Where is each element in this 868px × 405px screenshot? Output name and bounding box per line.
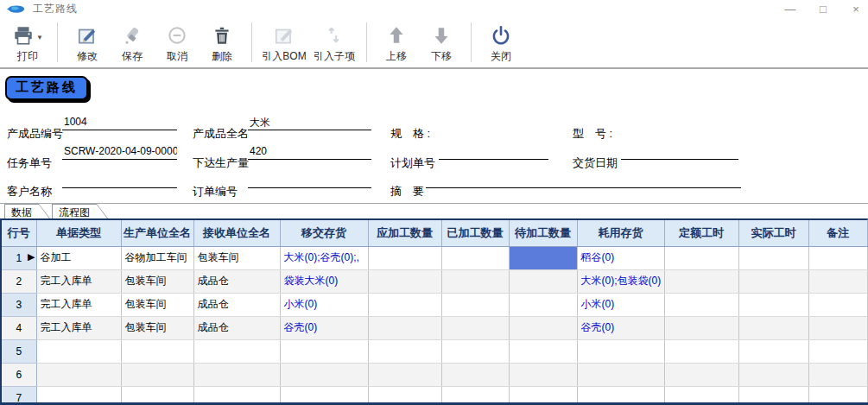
product-code-field[interactable]: 1004 [62, 116, 177, 130]
close-button[interactable]: 关闭 [478, 21, 523, 67]
recv-unit-cell[interactable]: 成品仓 [193, 293, 280, 316]
print-dropdown-caret-icon[interactable]: ▼ [36, 34, 43, 41]
recv-unit-cell[interactable] [193, 339, 280, 363]
remark-cell[interactable] [808, 339, 867, 363]
row-number-cell[interactable]: 6 [2, 363, 36, 386]
qty-pending-cell[interactable] [509, 293, 577, 316]
move-up-button[interactable]: 上移 [374, 21, 419, 67]
prod-unit-cell[interactable] [121, 363, 193, 386]
maximize-icon[interactable]: □ [816, 2, 830, 16]
recv-unit-cell[interactable]: 成品仓 [193, 316, 280, 339]
transfer-inventory-cell[interactable]: 大米(0);谷壳(0);, [280, 246, 368, 269]
transfer-inventory-cell[interactable] [280, 363, 368, 386]
qty-pending-cell[interactable] [509, 316, 577, 339]
actual-hours-cell[interactable] [738, 339, 808, 363]
qty-pending-cell-selected[interactable] [509, 246, 577, 269]
transfer-inventory-cell[interactable]: 袋装大米(0) [280, 269, 368, 293]
col-header-quota-hours[interactable]: 定额工时 [664, 220, 738, 246]
consumed-inventory-cell[interactable] [577, 363, 664, 386]
recv-unit-cell[interactable] [193, 363, 280, 386]
transfer-inventory-cell[interactable]: 小米(0) [280, 293, 368, 316]
col-header-qty-done[interactable]: 已加工数量 [441, 220, 509, 246]
actual-hours-cell[interactable] [738, 269, 808, 293]
remark-cell[interactable] [808, 269, 867, 293]
qty-due-cell[interactable] [368, 363, 441, 386]
print-button[interactable]: ▼ 打印 [5, 21, 50, 67]
output-qty-field[interactable]: 420 [248, 145, 371, 160]
qty-done-cell[interactable] [441, 293, 509, 316]
quota-hours-cell[interactable] [664, 293, 738, 316]
col-header-qty-due[interactable]: 应加工数量 [368, 220, 441, 246]
qty-due-cell[interactable] [368, 316, 441, 339]
plan-no-field[interactable] [439, 145, 548, 160]
row-number-cell[interactable]: 2 [2, 269, 36, 293]
doc-type-cell[interactable] [36, 363, 121, 386]
doc-type-cell[interactable]: 谷加工 [36, 246, 121, 269]
remark-cell[interactable] [808, 316, 867, 339]
col-header-remark[interactable]: 备注 [808, 220, 867, 246]
transfer-inventory-cell[interactable]: 谷壳(0) [280, 316, 368, 339]
quota-hours-cell[interactable] [664, 316, 738, 339]
tab-flowchart[interactable]: 流程图 [52, 204, 108, 218]
consumed-inventory-cell[interactable]: 谷壳(0) [577, 316, 664, 339]
col-header-prod-unit[interactable]: 生产单位全名 [121, 220, 193, 246]
col-header-actual-hours[interactable]: 实际工时 [738, 220, 808, 246]
customer-field[interactable] [62, 174, 177, 188]
doc-type-cell[interactable] [36, 339, 121, 363]
row-number-cell[interactable]: 1▶ [2, 246, 36, 269]
col-header-transfer[interactable]: 移交存货 [280, 220, 368, 246]
summary-field[interactable] [426, 174, 741, 188]
row-number-cell[interactable]: 3 [2, 293, 36, 316]
qty-done-cell[interactable] [441, 339, 509, 363]
doc-type-cell[interactable]: 完工入库单 [36, 316, 121, 339]
row-number-cell[interactable]: 5 [2, 339, 36, 363]
quota-hours-cell[interactable] [664, 363, 738, 386]
delivery-date-field[interactable] [621, 145, 738, 160]
delete-button[interactable]: 删除 [200, 21, 244, 67]
prod-unit-cell[interactable]: 包装车间 [121, 316, 193, 339]
col-header-qty-pending[interactable]: 待加工数量 [509, 220, 577, 246]
doc-type-cell[interactable]: 完工入库单 [36, 293, 121, 316]
transfer-inventory-cell[interactable] [280, 339, 368, 363]
qty-due-cell[interactable] [368, 246, 441, 269]
cancel-button[interactable]: 取消 [155, 21, 200, 67]
actual-hours-cell[interactable] [738, 293, 808, 316]
qty-done-cell[interactable] [441, 363, 509, 386]
qty-done-cell[interactable] [441, 269, 509, 293]
actual-hours-cell[interactable] [738, 246, 808, 269]
remark-cell[interactable] [808, 246, 867, 269]
col-header-consumed[interactable]: 耗用存货 [577, 220, 664, 246]
actual-hours-cell[interactable] [738, 363, 808, 386]
product-name-field[interactable]: 大米 [248, 116, 371, 130]
qty-due-cell[interactable] [368, 339, 441, 363]
prod-unit-cell[interactable]: 谷物加工车间 [121, 246, 193, 269]
qty-due-cell[interactable] [368, 269, 441, 293]
import-subitem-button[interactable]: 引入子项 [309, 21, 359, 67]
prod-unit-cell[interactable] [121, 339, 193, 363]
quota-hours-cell[interactable] [664, 246, 738, 269]
qty-pending-cell[interactable] [509, 363, 577, 386]
prod-unit-cell[interactable]: 包装车间 [121, 293, 193, 316]
doc-type-cell[interactable]: 完工入库单 [36, 269, 121, 293]
qty-due-cell[interactable] [368, 293, 441, 316]
order-no-field[interactable] [248, 174, 371, 188]
quota-hours-cell[interactable] [664, 269, 738, 293]
qty-done-cell[interactable] [441, 316, 509, 339]
col-header-doc-type[interactable]: 单据类型 [36, 220, 121, 246]
quota-hours-cell[interactable] [664, 339, 738, 363]
close-icon[interactable]: × [849, 2, 863, 16]
remark-cell[interactable] [808, 293, 867, 316]
actual-hours-cell[interactable] [738, 316, 808, 339]
remark-cell[interactable] [808, 363, 867, 386]
save-button[interactable]: 保存 [110, 21, 155, 67]
recv-unit-cell[interactable]: 成品仓 [193, 269, 280, 293]
modify-button[interactable]: 修改 [65, 21, 110, 67]
move-down-button[interactable]: 下移 [419, 21, 464, 67]
qty-done-cell[interactable] [441, 246, 509, 269]
consumed-inventory-cell[interactable] [577, 339, 664, 363]
recv-unit-cell[interactable]: 包装车间 [193, 246, 280, 269]
row-number-cell[interactable]: 4 [2, 316, 36, 339]
import-bom-button[interactable]: 引入BOM [259, 21, 309, 67]
consumed-inventory-cell[interactable]: 稻谷(0) [577, 246, 664, 269]
qty-pending-cell[interactable] [509, 339, 577, 363]
